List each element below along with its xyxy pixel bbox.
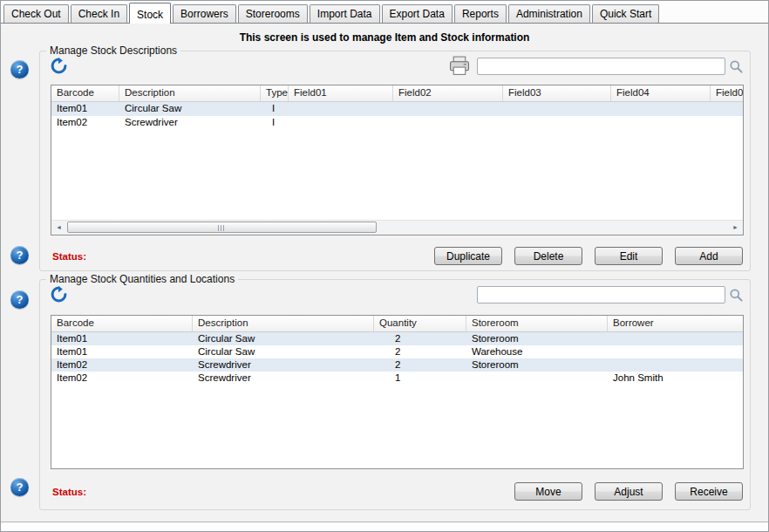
help-icon[interactable]: ? (10, 60, 29, 78)
tab-quick-start[interactable]: Quick Start (592, 4, 659, 23)
cell: Circular Saw (193, 332, 374, 345)
column-header-type[interactable]: Type (261, 85, 289, 101)
column-header-borrower[interactable]: Borrower (608, 316, 744, 331)
descriptions-group-title: Manage Stock Descriptions (46, 44, 180, 57)
cell (503, 102, 611, 116)
column-header-barcode[interactable]: Barcode (51, 85, 119, 101)
column-header-field04[interactable]: Field04 (611, 85, 711, 101)
add-button[interactable]: Add (675, 247, 743, 265)
cell: Storeroom (466, 358, 608, 372)
cell: 2 (374, 345, 466, 358)
adjust-button[interactable]: Adjust (595, 482, 663, 501)
cell (393, 102, 503, 116)
column-header-barcode[interactable]: Barcode (51, 316, 193, 331)
help-icon[interactable]: ? (10, 246, 29, 264)
scrollbar-thumb[interactable] (67, 222, 377, 233)
duplicate-button[interactable]: Duplicate (434, 247, 502, 265)
table-body: Item01Circular SawIItem02ScrewdriverI (51, 102, 743, 130)
descriptions-button-row: DuplicateDeleteEditAdd (434, 247, 743, 265)
cell: Item02 (51, 358, 193, 372)
cell: Screwdriver (193, 372, 374, 385)
tab-bar: Check OutCheck InStockBorrowersStoreroom… (1, 1, 768, 23)
cell: 2 (374, 358, 466, 372)
app-window: Check OutCheck InStockBorrowersStoreroom… (0, 0, 769, 532)
cell: 1 (374, 372, 466, 385)
cell (711, 116, 744, 130)
tab-reports[interactable]: Reports (454, 4, 507, 23)
cell (466, 372, 608, 385)
printer-icon[interactable] (448, 55, 471, 77)
move-button[interactable]: Move (514, 482, 582, 501)
cell (289, 116, 393, 130)
table-row[interactable]: Item02Screwdriver1John Smith (51, 372, 743, 385)
refresh-icon[interactable] (51, 58, 67, 74)
cell: Item02 (51, 372, 193, 385)
descriptions-search-input[interactable] (477, 58, 725, 75)
cell (393, 116, 503, 130)
status-label: Status: (52, 487, 86, 497)
horizontal-scrollbar[interactable]: ◄ ► (51, 220, 743, 235)
help-icon[interactable]: ? (10, 478, 29, 496)
tab-stock[interactable]: Stock (129, 3, 171, 24)
tab-administration[interactable]: Administration (508, 4, 590, 23)
search-icon[interactable] (729, 59, 744, 74)
tab-export-data[interactable]: Export Data (382, 4, 453, 23)
search-icon[interactable] (729, 288, 744, 303)
cell: I (261, 116, 289, 130)
cell: Item01 (51, 332, 193, 345)
descriptions-group: Manage Stock Descriptions (39, 51, 751, 271)
cell (289, 102, 393, 116)
column-header-description[interactable]: Description (119, 85, 261, 101)
stock-descriptions-table: BarcodeDescriptionTypeField01Field02Fiel… (51, 85, 744, 235)
delete-button[interactable]: Delete (514, 247, 582, 265)
cell (608, 345, 744, 358)
column-header-storeroom[interactable]: Storeroom (466, 316, 608, 331)
table-header-row: BarcodeDescriptionTypeField01Field02Fiel… (51, 85, 743, 102)
cell (611, 102, 711, 116)
cell: Item01 (51, 345, 193, 358)
cell: Screwdriver (193, 358, 374, 372)
table-row[interactable]: Item02Screwdriver2Storeroom (51, 358, 743, 372)
cell: 2 (374, 332, 466, 345)
cell: Item02 (51, 116, 119, 130)
cell (608, 358, 744, 372)
column-header-field02[interactable]: Field02 (393, 85, 503, 101)
content-panel: This screen is used to manage Item and S… (1, 23, 768, 522)
cell: Circular Saw (119, 102, 261, 116)
table-row[interactable]: Item01Circular SawI (51, 102, 743, 116)
cell (608, 332, 744, 345)
cell: John Smith (608, 372, 744, 385)
column-header-field03[interactable]: Field03 (503, 85, 611, 101)
tab-storerooms[interactable]: Storerooms (238, 4, 308, 23)
table-row[interactable]: Item01Circular Saw2Storeroom (51, 332, 743, 345)
edit-button[interactable]: Edit (595, 247, 663, 265)
tab-check-in[interactable]: Check In (71, 4, 127, 23)
receive-button[interactable]: Receive (675, 482, 743, 501)
cell: Warehouse (466, 345, 608, 358)
table-row[interactable]: Item02ScrewdriverI (51, 116, 743, 130)
cell (611, 116, 711, 130)
help-icon[interactable]: ? (10, 290, 29, 309)
column-header-description[interactable]: Description (193, 316, 374, 331)
table-header-row: BarcodeDescriptionQuantityStoreroomBorro… (51, 316, 743, 332)
refresh-icon[interactable] (51, 286, 67, 303)
quantities-group-title: Manage Stock Quantities and Locations (46, 273, 238, 285)
cell: Circular Saw (193, 345, 374, 358)
scroll-right-icon[interactable]: ► (728, 221, 743, 235)
quantities-button-row: MoveAdjustReceive (514, 482, 743, 501)
table-row[interactable]: Item01Circular Saw2Warehouse (51, 345, 743, 358)
tab-import-data[interactable]: Import Data (310, 4, 380, 23)
cell: Screwdriver (119, 116, 261, 130)
table-body: Item01Circular Saw2StoreroomItem01Circul… (51, 332, 743, 385)
quantities-search-input[interactable] (477, 286, 725, 304)
cell: Storeroom (466, 332, 608, 345)
page-title: This screen is used to manage Item and S… (1, 31, 768, 44)
cell (503, 116, 611, 130)
column-header-field05[interactable]: Field05 (711, 85, 744, 101)
tab-borrowers[interactable]: Borrowers (173, 4, 236, 23)
column-header-quantity[interactable]: Quantity (374, 316, 466, 331)
column-header-field01[interactable]: Field01 (289, 85, 393, 101)
cell: Item01 (51, 102, 119, 116)
tab-check-out[interactable]: Check Out (3, 4, 69, 23)
scroll-left-icon[interactable]: ◄ (51, 221, 66, 235)
